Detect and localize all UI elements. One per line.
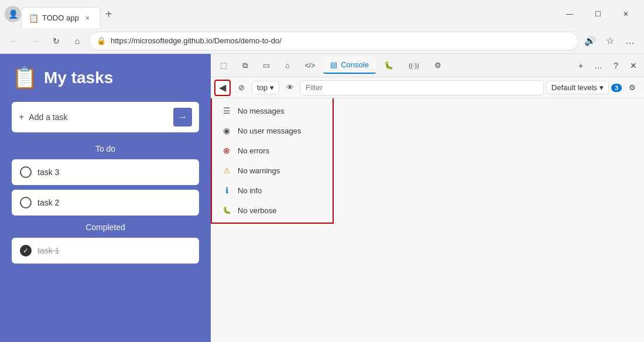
tab-close-button[interactable]: × bbox=[83, 13, 93, 23]
todo-section-label: To do bbox=[12, 144, 199, 153]
warnings-icon: ⚠ bbox=[221, 165, 232, 176]
console-no-entry-button[interactable]: ⊘ bbox=[233, 80, 249, 96]
dropdown-item-messages[interactable]: ☰ No messages bbox=[212, 101, 333, 121]
todo-app-icon: 📋 bbox=[12, 66, 38, 90]
dropdown-label-info: No info bbox=[238, 186, 262, 195]
title-bar-left: 👤 bbox=[5, 6, 21, 22]
network-icon: ((·)) bbox=[409, 62, 419, 69]
close-devtools-button[interactable]: ✕ bbox=[625, 57, 642, 74]
tab-elements[interactable]: ⌂ bbox=[278, 57, 297, 73]
read-aloud-icon[interactable]: 🔊 bbox=[581, 32, 600, 50]
todo-app: 📋 My tasks + Add a task → To do task 3 t… bbox=[0, 54, 211, 342]
todo-header: 📋 My tasks bbox=[12, 66, 199, 90]
active-tab[interactable]: 📋 TODO app × bbox=[21, 7, 101, 28]
add-task-bar[interactable]: + Add a task → bbox=[12, 102, 199, 132]
task-item[interactable]: task 2 bbox=[12, 190, 199, 216]
more-panels-button[interactable]: … bbox=[590, 57, 607, 74]
home-button[interactable]: ⌂ bbox=[68, 32, 87, 50]
task-text-done: task 1 bbox=[37, 246, 59, 255]
new-tab-button[interactable]: + bbox=[101, 6, 117, 22]
tab-console[interactable]: ▤ Console bbox=[323, 57, 376, 74]
tab-performance[interactable]: ⚙ bbox=[427, 57, 448, 73]
task-item[interactable]: task 3 bbox=[12, 159, 199, 185]
maximize-button[interactable]: ☐ bbox=[584, 5, 611, 23]
console-tab-label: Console bbox=[341, 60, 369, 69]
task-text: task 2 bbox=[37, 198, 59, 207]
tab-bug[interactable]: 🐛 bbox=[377, 57, 400, 73]
tab-device[interactable]: ⧉ bbox=[235, 57, 255, 74]
tab-icon: 📋 bbox=[29, 13, 39, 23]
task-checkbox-checked[interactable]: ✓ bbox=[20, 245, 32, 256]
forward-button[interactable]: → bbox=[26, 32, 44, 50]
console-content-area: ☰ No messages ◉ No user messages ⊗ No er… bbox=[211, 98, 644, 342]
close-button[interactable]: ✕ bbox=[612, 5, 639, 23]
main-content: 📋 My tasks + Add a task → To do task 3 t… bbox=[0, 54, 644, 342]
eye-toggle-button[interactable]: 👁 bbox=[282, 80, 298, 96]
default-levels-label: Default levels bbox=[551, 83, 597, 92]
filter-input[interactable] bbox=[300, 80, 544, 95]
dropdown-item-info[interactable]: ℹ No info bbox=[212, 180, 333, 200]
console-settings-button[interactable]: ⚙ bbox=[624, 80, 640, 96]
info-icon: ℹ bbox=[221, 185, 232, 196]
tab-label: TODO app bbox=[42, 13, 79, 22]
minimize-button[interactable]: — bbox=[556, 5, 583, 23]
verbose-icon: 🐛 bbox=[221, 205, 232, 216]
url-bar[interactable]: 🔒 https://microsoftedge.github.io/Demos/… bbox=[89, 32, 578, 50]
back-button[interactable]: ← bbox=[5, 32, 23, 50]
console-toolbar: ◀ ⊘ top ▾ 👁 Default levels ▾ 3 ⚙ bbox=[211, 77, 644, 98]
context-label: top bbox=[257, 83, 268, 92]
tab-html[interactable]: </> bbox=[298, 58, 322, 73]
dropdown-label-user-messages: No user messages bbox=[238, 126, 301, 135]
tab-sidebar[interactable]: ▭ bbox=[256, 57, 277, 73]
errors-icon: ⊗ bbox=[221, 145, 232, 156]
performance-icon: ⚙ bbox=[434, 61, 441, 70]
task-checkbox[interactable] bbox=[20, 166, 32, 178]
bug-icon: 🐛 bbox=[384, 61, 393, 70]
device-icon: ⧉ bbox=[242, 61, 248, 70]
browser-toolbar-right: 🔊 ☆ … bbox=[581, 32, 639, 50]
task-checkbox[interactable] bbox=[20, 197, 32, 208]
more-tools-button[interactable]: … bbox=[621, 32, 639, 50]
tab-network[interactable]: ((·)) bbox=[402, 59, 426, 73]
message-count-badge: 3 bbox=[611, 84, 622, 92]
eye-icon: 👁 bbox=[286, 83, 294, 92]
dropdown-item-warnings[interactable]: ⚠ No warnings bbox=[212, 160, 333, 180]
avatar: 👤 bbox=[5, 6, 21, 22]
context-selector[interactable]: top ▾ bbox=[252, 81, 279, 94]
dropdown-item-verbose[interactable]: 🐛 No verbose bbox=[212, 200, 333, 220]
dropdown-item-errors[interactable]: ⊗ No errors bbox=[212, 141, 333, 160]
elements-icon: ⌂ bbox=[285, 61, 290, 70]
new-panel-button[interactable]: + bbox=[573, 57, 589, 74]
tab-bar: 📋 TODO app × + bbox=[21, 0, 556, 28]
sidebar-icon: ▭ bbox=[263, 61, 270, 70]
completed-section: Completed ✓ task 1 bbox=[12, 223, 199, 264]
task-item-completed[interactable]: ✓ task 1 bbox=[12, 238, 199, 264]
default-levels-selector[interactable]: Default levels ▾ bbox=[546, 81, 609, 94]
url-text: https://microsoftedge.github.io/Demos/de… bbox=[111, 36, 571, 45]
default-levels-arrow-icon: ▾ bbox=[600, 83, 604, 92]
dropdown-label-verbose: No verbose bbox=[238, 206, 276, 215]
devtools-right-icons: + … ? ✕ bbox=[573, 57, 642, 74]
lock-icon: 🔒 bbox=[97, 36, 106, 45]
user-messages-icon: ◉ bbox=[221, 125, 232, 136]
title-bar: 👤 📋 TODO app × + — ☐ ✕ bbox=[0, 0, 644, 28]
reload-button[interactable]: ↻ bbox=[47, 32, 66, 50]
messages-icon: ☰ bbox=[221, 105, 232, 116]
favorites-icon[interactable]: ☆ bbox=[601, 32, 619, 50]
add-task-submit-button[interactable]: → bbox=[173, 108, 192, 126]
console-icon: ▤ bbox=[330, 60, 337, 69]
completed-section-label: Completed bbox=[12, 223, 199, 232]
dropdown-label-errors: No errors bbox=[238, 146, 269, 155]
add-plus-icon: + bbox=[19, 112, 24, 122]
console-filter-dropdown: ☰ No messages ◉ No user messages ⊗ No er… bbox=[211, 98, 334, 224]
help-button[interactable]: ? bbox=[608, 57, 624, 74]
devtools-panel: ⬚ ⧉ ▭ ⌂ </> ▤ Console 🐛 ((·)) bbox=[211, 54, 644, 342]
devtools-tab-bar: ⬚ ⧉ ▭ ⌂ </> ▤ Console 🐛 ((·)) bbox=[211, 54, 644, 77]
html-icon: </> bbox=[305, 61, 315, 70]
console-clear-button[interactable]: ◀ bbox=[214, 80, 231, 96]
dropdown-item-user-messages[interactable]: ◉ No user messages bbox=[212, 121, 333, 141]
tab-inspect[interactable]: ⬚ bbox=[213, 57, 234, 73]
window-controls: — ☐ ✕ bbox=[556, 5, 639, 23]
dropdown-label-warnings: No warnings bbox=[238, 166, 280, 175]
inspect-icon: ⬚ bbox=[220, 61, 227, 70]
